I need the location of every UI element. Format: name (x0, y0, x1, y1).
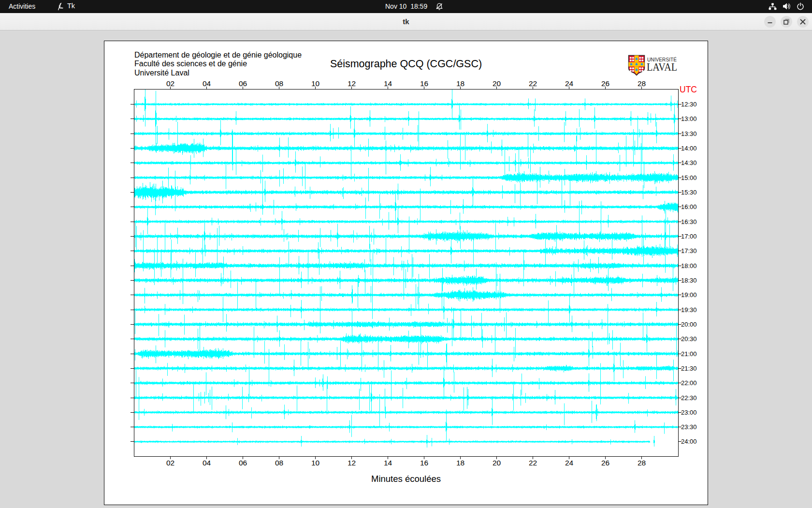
svg-text:LAVAL: LAVAL (647, 61, 677, 73)
